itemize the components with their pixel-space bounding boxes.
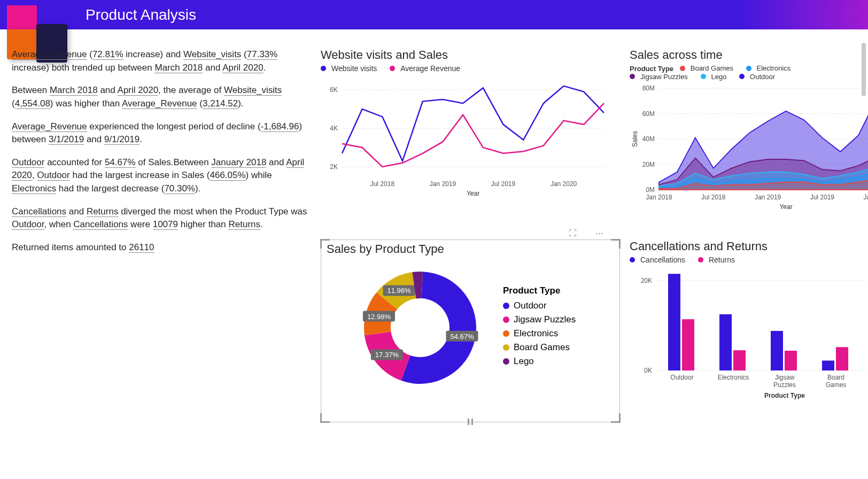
- svg-text:Jul 2018: Jul 2018: [370, 180, 395, 188]
- svg-text:Puzzles: Puzzles: [773, 381, 796, 389]
- svg-text:12.98%: 12.98%: [367, 312, 391, 320]
- svg-text:Jan 2020: Jan 2020: [863, 194, 868, 201]
- svg-text:2K: 2K: [330, 163, 338, 171]
- svg-text:54.67%: 54.67%: [450, 332, 474, 340]
- line-chart[interactable]: 2K4K6KJul 2018Jan 2019Jul 2019Jan 2020Ye…: [321, 75, 609, 198]
- svg-text:Games: Games: [826, 381, 847, 389]
- svg-text:40M: 40M: [642, 135, 655, 143]
- svg-text:Product Type: Product Type: [764, 392, 805, 399]
- area-chart[interactable]: 0M20M40M60M80MJan 2018Jul 2018Jan 2019Ju…: [630, 83, 868, 211]
- legend: Product Type Board Games Electronics Jig…: [630, 64, 811, 81]
- svg-text:11.96%: 11.96%: [387, 287, 412, 295]
- scrollbar-thumb[interactable]: [862, 43, 866, 96]
- svg-text:Jul 2019: Jul 2019: [810, 194, 835, 201]
- svg-text:Board: Board: [827, 374, 844, 381]
- svg-text:Jan 2019: Jan 2019: [755, 194, 781, 201]
- focus-mode-icon[interactable]: ⛶: [569, 228, 577, 238]
- bar-chart[interactable]: 0K20KOutdoorElectronicsJigsawPuzzlesBoar…: [630, 266, 868, 400]
- insight-text: Average_Revenue experienced the longest …: [12, 120, 308, 146]
- insights-panel[interactable]: Average_Revenue (72.81% increase) and We…: [12, 48, 311, 422]
- svg-text:Year: Year: [779, 203, 792, 211]
- svg-text:Jan 2018: Jan 2018: [646, 194, 672, 201]
- svg-text:0M: 0M: [646, 186, 655, 194]
- svg-text:Year: Year: [467, 190, 479, 197]
- svg-rect-46: [771, 331, 783, 370]
- svg-text:Jul 2018: Jul 2018: [701, 194, 726, 201]
- tile-sales-time[interactable]: Sales across time Product Type Board Gam…: [630, 48, 811, 234]
- tile-cancel-returns[interactable]: Cancellations and Returns Cancellations …: [630, 240, 811, 423]
- resize-grip-icon[interactable]: [611, 413, 621, 423]
- svg-text:6K: 6K: [330, 86, 338, 94]
- svg-text:Jan 2019: Jan 2019: [430, 180, 456, 188]
- tile-title: Sales across time: [630, 48, 811, 62]
- more-options-icon[interactable]: ⋯: [595, 228, 603, 238]
- donut-legend: Product Type Outdoor Jigsaw Puzzles Elec…: [503, 285, 576, 370]
- svg-text:20M: 20M: [642, 161, 655, 168]
- svg-text:Jan 2020: Jan 2020: [551, 180, 577, 188]
- svg-rect-50: [822, 360, 834, 370]
- svg-text:Electronics: Electronics: [718, 374, 749, 381]
- tile-visits-sales[interactable]: Website visits and Sales Website visits …: [321, 48, 620, 234]
- insight-text: Between March 2018 and April 2020, the a…: [12, 84, 308, 110]
- svg-text:60M: 60M: [642, 110, 655, 118]
- svg-rect-43: [719, 314, 732, 370]
- svg-text:17.37%: 17.37%: [375, 351, 399, 359]
- tile-title: Sales by Product Type: [327, 242, 614, 256]
- svg-text:4K: 4K: [330, 125, 338, 132]
- tile-sales-product[interactable]: ⛶ ⋯ Sales by Product Type 54.67%17.37%12…: [321, 240, 620, 423]
- legend: Cancellations Returns: [630, 256, 811, 264]
- tile-title: Website visits and Sales: [321, 48, 620, 62]
- svg-rect-44: [733, 350, 746, 370]
- svg-text:Jigsaw: Jigsaw: [775, 374, 795, 381]
- svg-text:Sales: Sales: [631, 131, 639, 147]
- resize-grip-icon[interactable]: [468, 419, 473, 425]
- svg-text:0K: 0K: [644, 367, 652, 374]
- svg-text:80M: 80M: [642, 84, 655, 92]
- donut-chart[interactable]: 54.67%17.37%12.98%11.96%: [327, 258, 503, 397]
- svg-rect-41: [682, 319, 694, 370]
- insight-text: Cancellations and Returns diverged the m…: [12, 205, 308, 231]
- insight-text: Average_Revenue (72.81% increase) and We…: [12, 48, 308, 74]
- tile-title: Cancellations and Returns: [630, 240, 811, 253]
- resize-grip-icon[interactable]: [320, 413, 330, 423]
- resize-grip-icon[interactable]: [611, 239, 621, 249]
- legend: Website visits Average Revenue: [321, 64, 620, 73]
- insight-text: Returned items amounted to 26110: [12, 241, 308, 254]
- svg-text:Outdoor: Outdoor: [670, 374, 693, 381]
- svg-rect-47: [785, 351, 797, 370]
- svg-text:Jul 2019: Jul 2019: [491, 180, 516, 188]
- svg-rect-40: [668, 274, 680, 370]
- svg-text:20K: 20K: [641, 276, 652, 284]
- insight-text: Outdoor accounted for 54.67% of Sales.Be…: [12, 156, 308, 196]
- resize-grip-icon[interactable]: [320, 239, 330, 249]
- svg-rect-51: [836, 347, 848, 370]
